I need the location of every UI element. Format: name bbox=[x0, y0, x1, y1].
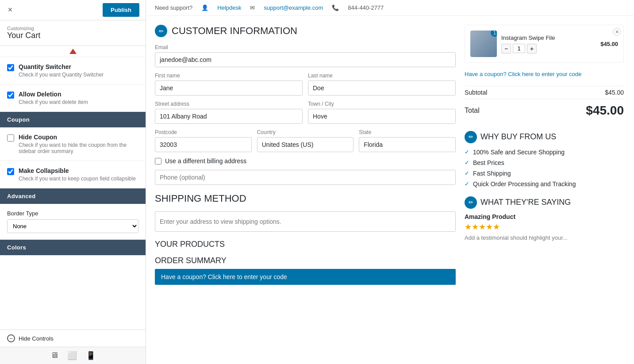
state-label: State bbox=[359, 129, 456, 135]
close-button[interactable]: × bbox=[0, 0, 20, 20]
email-input[interactable] bbox=[155, 52, 456, 67]
name-row: First name Last name bbox=[155, 73, 456, 96]
helpdesk-icon: 👤 bbox=[201, 4, 208, 11]
publish-button[interactable]: Publish bbox=[103, 3, 139, 17]
scroll-indicator bbox=[0, 46, 146, 57]
city-input[interactable] bbox=[308, 109, 456, 124]
phone-input[interactable] bbox=[155, 170, 456, 185]
first-name-group: First name bbox=[155, 73, 303, 96]
billing-address-label: Use a different billing address bbox=[165, 157, 246, 165]
billing-address-checkbox[interactable] bbox=[155, 158, 161, 165]
customer-pencil-icon: ✏ bbox=[155, 25, 167, 37]
qty-increase-button[interactable]: + bbox=[527, 44, 537, 54]
total-row: Total $45.00 bbox=[465, 99, 624, 122]
quantity-switcher-section: Quantity Switcher Check if you want Quan… bbox=[0, 57, 146, 84]
customer-info-title: ✏ CUSTOMER INFORMATION bbox=[155, 25, 456, 37]
hide-coupon-label: Hide Coupon bbox=[19, 134, 138, 141]
product-card: 1 Instagram Swipe File − + $45.00 ✕ bbox=[465, 25, 624, 63]
why-item-1-text: 100% Safe and Secure Shopping bbox=[473, 149, 565, 156]
make-collapsible-checkbox[interactable] bbox=[7, 168, 14, 175]
tablet-icon[interactable]: ⬜ bbox=[67, 351, 77, 360]
phone-field-group bbox=[155, 170, 456, 185]
state-input[interactable] bbox=[359, 137, 456, 152]
hide-coupon-desc: Check if you want to hide the coupon fro… bbox=[19, 142, 138, 154]
make-collapsible-desc: Check if you want to keep coupon field c… bbox=[19, 176, 136, 182]
product-info: Instagram Swipe File − + bbox=[501, 34, 596, 54]
remove-product-button[interactable]: ✕ bbox=[613, 28, 621, 36]
check-icon-2: ✓ bbox=[465, 159, 469, 166]
last-name-label: Last name bbox=[308, 73, 456, 79]
order-summary-coupon[interactable]: Have a coupon? Click here to enter your … bbox=[155, 269, 456, 285]
border-type-section: Border Type None Solid Dashed Dotted Dou… bbox=[0, 204, 146, 240]
testimonial-text: Add a testimonial should highlight your.… bbox=[465, 234, 624, 242]
email-field-group: Email bbox=[155, 44, 456, 67]
checkout-area: ✏ CUSTOMER INFORMATION Email First name … bbox=[146, 16, 633, 294]
checkout-right: 1 Instagram Swipe File − + $45.00 ✕ Have… bbox=[465, 25, 624, 285]
hide-coupon-checkbox[interactable] bbox=[7, 134, 14, 142]
allow-deletion-label: Allow Deletion bbox=[19, 91, 88, 98]
country-input[interactable] bbox=[257, 137, 354, 152]
testimonial-section: ✏ WHAT THEY'RE SAYING Amazing Product ★★… bbox=[465, 196, 624, 242]
first-name-input[interactable] bbox=[155, 80, 303, 96]
why-pencil-icon: ✏ bbox=[465, 131, 477, 143]
coupon-section-header: Coupon bbox=[0, 112, 146, 127]
product-name: Instagram Swipe File bbox=[501, 34, 596, 41]
billing-address-row: Use a different billing address bbox=[155, 157, 456, 165]
country-group: Country bbox=[257, 129, 354, 152]
advanced-section-header: Advanced bbox=[0, 188, 146, 204]
address-row: Street address Town / City bbox=[155, 101, 456, 124]
qty-decrease-button[interactable]: − bbox=[501, 44, 511, 54]
hide-controls-button[interactable]: − bbox=[7, 334, 15, 342]
support-bar: Need support? 👤 Helpdesk ✉ support@examp… bbox=[146, 0, 634, 16]
customer-info-label: CUSTOMER INFORMATION bbox=[172, 25, 297, 37]
street-input[interactable] bbox=[155, 109, 303, 124]
first-name-label: First name bbox=[155, 73, 303, 79]
mobile-icon[interactable]: 📱 bbox=[86, 351, 96, 360]
testimonial-pencil-icon: ✏ bbox=[465, 196, 477, 209]
location-row: Postcode Country State bbox=[155, 129, 456, 152]
your-products-title: YOUR PRODUCTS bbox=[155, 240, 456, 249]
total-value: $45.00 bbox=[586, 103, 624, 118]
quantity-switcher-checkbox[interactable] bbox=[7, 64, 14, 71]
why-title: ✏ WHY BUY FROM US bbox=[465, 131, 624, 143]
last-name-input[interactable] bbox=[308, 80, 456, 96]
postcode-input[interactable] bbox=[155, 137, 252, 152]
street-label: Street address bbox=[155, 101, 303, 107]
check-icon-4: ✓ bbox=[465, 180, 469, 187]
order-summary-title: ORDER SUMMARY bbox=[155, 256, 456, 265]
checkout-left: ✏ CUSTOMER INFORMATION Email First name … bbox=[155, 25, 456, 285]
helpdesk-label[interactable]: Helpdesk bbox=[217, 4, 241, 11]
phone-icon: 📞 bbox=[332, 4, 339, 11]
allow-deletion-desc: Check if you want delete item bbox=[19, 99, 88, 105]
email-icon: ✉ bbox=[250, 4, 255, 11]
why-item-4-text: Quick Order Processing and Tracking bbox=[473, 180, 576, 188]
total-label: Total bbox=[465, 107, 480, 115]
qty-input[interactable] bbox=[513, 44, 525, 53]
main-content: Need support? 👤 Helpdesk ✉ support@examp… bbox=[146, 0, 634, 364]
left-panel: × Publish Customizing Your Cart Quantity… bbox=[0, 0, 146, 364]
hide-controls-row: − Hide Controls bbox=[0, 330, 146, 347]
customizing-title: Your Cart bbox=[7, 31, 138, 40]
panel-scroll-area[interactable]: Quantity Switcher Check if you want Quan… bbox=[0, 57, 146, 330]
product-image: 1 bbox=[470, 31, 497, 57]
postcode-group: Postcode bbox=[155, 129, 252, 152]
allow-deletion-checkbox[interactable] bbox=[7, 92, 14, 99]
shipping-title: SHIPPING METHOD bbox=[155, 193, 456, 204]
border-type-select[interactable]: None Solid Dashed Dotted Double bbox=[7, 219, 138, 233]
why-item-3: ✓ Fast Shipping bbox=[465, 170, 624, 177]
desktop-icon[interactable]: 🖥 bbox=[50, 351, 58, 360]
why-item-3-text: Fast Shipping bbox=[473, 170, 511, 177]
check-icon-1: ✓ bbox=[465, 149, 469, 155]
coupon-link[interactable]: Have a coupon? Click here to enter your … bbox=[465, 70, 624, 79]
support-email[interactable]: support@example.com bbox=[264, 4, 323, 11]
scroll-up-arrow bbox=[69, 49, 77, 54]
state-group: State bbox=[359, 129, 456, 152]
city-group: Town / City bbox=[308, 101, 456, 124]
qty-control: − + bbox=[501, 44, 596, 54]
testimonial-name: Amazing Product bbox=[465, 213, 624, 220]
why-section: ✏ WHY BUY FROM US ✓ 100% Safe and Secure… bbox=[465, 131, 624, 188]
allow-deletion-section: Allow Deletion Check if you want delete … bbox=[0, 84, 146, 112]
postcode-label: Postcode bbox=[155, 129, 252, 135]
testimonial-title: ✏ WHAT THEY'RE SAYING bbox=[465, 196, 624, 209]
testimonial-title-text: WHAT THEY'RE SAYING bbox=[480, 198, 571, 207]
